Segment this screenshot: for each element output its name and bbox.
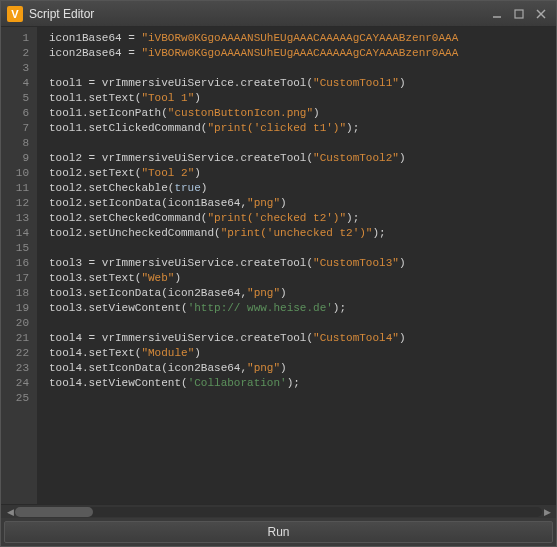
line-number: 23 (1, 361, 37, 376)
scrollbar-track[interactable] (15, 507, 542, 517)
minimize-button[interactable] (488, 6, 506, 22)
code-line[interactable]: tool1.setIconPath("custonButtonIcon.png"… (49, 106, 556, 121)
line-number: 7 (1, 121, 37, 136)
line-number: 2 (1, 46, 37, 61)
line-gutter: 1234567891011121314151617181920212223242… (1, 27, 37, 504)
code-line[interactable]: icon2Base64 = "iVBORw0KGgoAAAANSUhEUgAAA… (49, 46, 556, 61)
code-line[interactable]: tool4.setIconData(icon2Base64,"png") (49, 361, 556, 376)
code-line[interactable]: tool1.setText("Tool 1") (49, 91, 556, 106)
horizontal-scrollbar[interactable]: ◀ ▶ (1, 504, 556, 518)
line-number: 1 (1, 31, 37, 46)
code-line[interactable] (49, 316, 556, 331)
line-number: 3 (1, 61, 37, 76)
code-line[interactable]: tool4.setViewContent('Collaboration'); (49, 376, 556, 391)
line-number: 6 (1, 106, 37, 121)
code-line[interactable]: tool2.setCheckedCommand("print('checked … (49, 211, 556, 226)
code-line[interactable]: tool4 = vrImmersiveUiService.createTool(… (49, 331, 556, 346)
code-line[interactable]: tool1 = vrImmersiveUiService.createTool(… (49, 76, 556, 91)
line-number: 22 (1, 346, 37, 361)
code-line[interactable]: tool3.setText("Web") (49, 271, 556, 286)
scroll-right-icon[interactable]: ▶ (540, 505, 554, 519)
line-number: 11 (1, 181, 37, 196)
line-number: 20 (1, 316, 37, 331)
script-editor-window: V Script Editor 123456789101112131415161… (0, 0, 557, 547)
line-number: 12 (1, 196, 37, 211)
line-number: 13 (1, 211, 37, 226)
code-line[interactable]: tool2.setUncheckedCommand("print('unchec… (49, 226, 556, 241)
line-number: 18 (1, 286, 37, 301)
code-line[interactable]: tool2.setText("Tool 2") (49, 166, 556, 181)
code-line[interactable]: tool2 = vrImmersiveUiService.createTool(… (49, 151, 556, 166)
line-number: 21 (1, 331, 37, 346)
line-number: 19 (1, 301, 37, 316)
line-number: 14 (1, 226, 37, 241)
code-line[interactable] (49, 61, 556, 76)
code-line[interactable] (49, 136, 556, 151)
maximize-button[interactable] (510, 6, 528, 22)
code-line[interactable]: tool3.setIconData(icon2Base64,"png") (49, 286, 556, 301)
close-button[interactable] (532, 6, 550, 22)
line-number: 24 (1, 376, 37, 391)
line-number: 17 (1, 271, 37, 286)
editor-container: 1234567891011121314151617181920212223242… (1, 27, 556, 504)
window-controls (488, 6, 550, 22)
line-number: 16 (1, 256, 37, 271)
code-line[interactable]: icon1Base64 = "iVBORw0KGgoAAAANSUhEUgAAA… (49, 31, 556, 46)
code-line[interactable]: tool1.setClickedCommand("print('clicked … (49, 121, 556, 136)
titlebar[interactable]: V Script Editor (1, 1, 556, 27)
code-line[interactable]: tool3 = vrImmersiveUiService.createTool(… (49, 256, 556, 271)
code-area[interactable]: icon1Base64 = "iVBORw0KGgoAAAANSUhEUgAAA… (37, 27, 556, 504)
code-line[interactable] (49, 391, 556, 406)
line-number: 25 (1, 391, 37, 406)
code-line[interactable]: tool2.setIconData(icon1Base64,"png") (49, 196, 556, 211)
line-number: 4 (1, 76, 37, 91)
run-button[interactable]: Run (4, 521, 553, 543)
code-line[interactable]: tool3.setViewContent('http:// www.heise.… (49, 301, 556, 316)
line-number: 5 (1, 91, 37, 106)
line-number: 8 (1, 136, 37, 151)
code-line[interactable]: tool4.setText("Module") (49, 346, 556, 361)
line-number: 9 (1, 151, 37, 166)
line-number: 10 (1, 166, 37, 181)
line-number: 15 (1, 241, 37, 256)
scrollbar-thumb[interactable] (15, 507, 93, 517)
window-title: Script Editor (29, 7, 488, 21)
code-line[interactable] (49, 241, 556, 256)
svg-rect-1 (515, 10, 523, 18)
app-icon: V (7, 6, 23, 22)
code-line[interactable]: tool2.setCheckable(true) (49, 181, 556, 196)
